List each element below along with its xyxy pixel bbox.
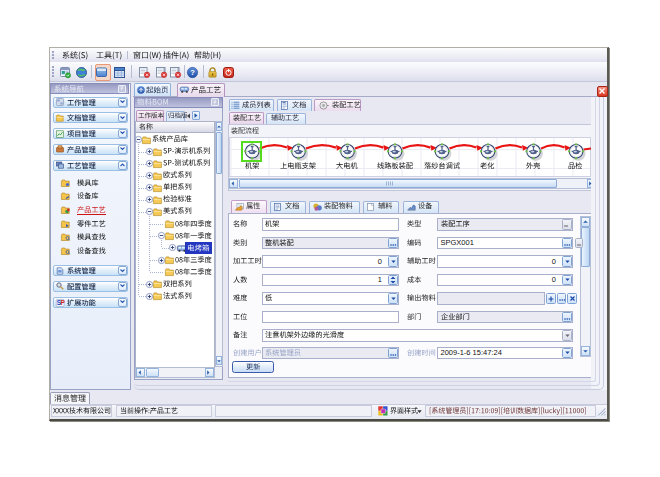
svg-text:?: ? bbox=[190, 68, 195, 77]
svg-text:S: S bbox=[56, 299, 61, 306]
svg-text:P: P bbox=[60, 299, 65, 306]
